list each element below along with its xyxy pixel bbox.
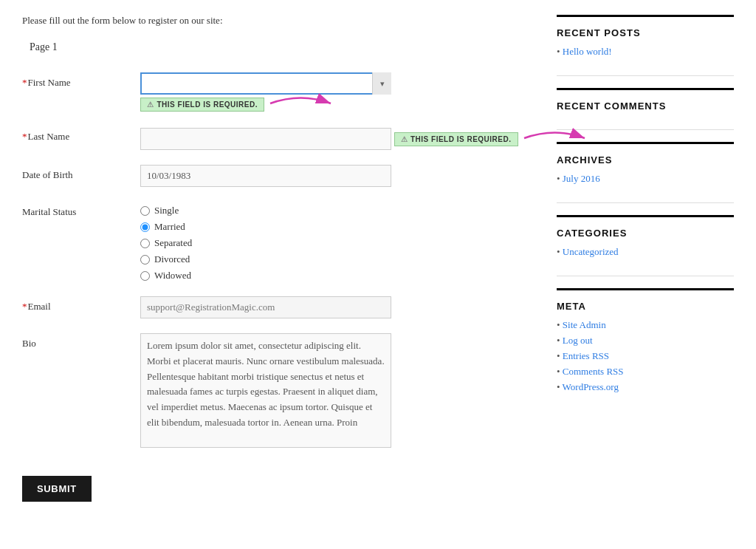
required-star: *: [22, 77, 27, 88]
arrow-annotation-1: [264, 89, 338, 118]
bio-field-wrap: Lorem ipsum dolor sit amet, consectetur …: [140, 333, 527, 451]
last-name-error: ⚠ THIS FIELD IS REQUIRED.: [394, 132, 518, 146]
last-name-input[interactable]: [140, 128, 391, 150]
radio-input-divorced[interactable]: [140, 255, 150, 265]
last-name-field-wrap: ⚠ THIS FIELD IS REQUIRED.: [140, 126, 527, 150]
bio-row: Bio Lorem ipsum dolor sit amet, consecte…: [22, 329, 527, 455]
list-item: WordPress.org: [557, 381, 734, 393]
radio-input-widowed[interactable]: [140, 271, 150, 281]
dob-field-wrap: [140, 165, 527, 187]
last-name-label: *Last Name: [22, 126, 140, 143]
radio-widowed[interactable]: Widowed: [140, 270, 527, 282]
sidebar-recent-comments-title: RECENT COMMENTS: [557, 100, 734, 112]
marital-status-row: Marital Status Single Married Separated …: [22, 197, 527, 286]
dob-input[interactable]: [140, 165, 391, 187]
dob-label: Date of Birth: [22, 165, 140, 181]
sidebar-divider-3: [557, 202, 734, 203]
sidebar-divider-1: [557, 75, 734, 76]
dob-row: Date of Birth: [22, 160, 527, 191]
warning-icon-2: ⚠: [401, 135, 408, 143]
recent-post-link[interactable]: Hello world!: [563, 46, 612, 57]
email-input[interactable]: [140, 296, 391, 318]
entries-rss-link[interactable]: Entries RSS: [563, 350, 609, 361]
last-name-error-text: THIS FIELD IS REQUIRED.: [410, 135, 512, 143]
radio-label-single: Single: [154, 205, 179, 216]
list-item: Hello world!: [557, 46, 734, 58]
submit-button[interactable]: SUBMIT: [22, 476, 92, 502]
comments-rss-link[interactable]: Comments RSS: [563, 366, 624, 377]
sidebar-recent-posts: RECENT POSTS Hello world!: [557, 15, 734, 58]
list-item: Uncategorized: [557, 246, 734, 258]
first-name-field-wrap: ▾ ⚠ THIS FIELD IS REQUIRED.: [140, 72, 527, 112]
radio-input-single[interactable]: [140, 206, 150, 216]
sidebar-categories: CATEGORIES Uncategorized: [557, 215, 734, 258]
list-item: Entries RSS: [557, 350, 734, 362]
sidebar-meta-list: Site Admin Log out Entries RSS Comments …: [557, 319, 734, 393]
page-wrapper: Please fill out the form below to regist…: [0, 0, 756, 516]
radio-input-separated[interactable]: [140, 239, 150, 248]
marital-status-options: Single Married Separated Divorced Widowe…: [140, 202, 527, 282]
sidebar-recent-posts-title: RECENT POSTS: [557, 27, 734, 38]
radio-single[interactable]: Single: [140, 205, 527, 216]
radio-label-divorced: Divorced: [154, 253, 190, 265]
site-admin-link[interactable]: Site Admin: [563, 319, 606, 330]
radio-separated[interactable]: Separated: [140, 237, 527, 249]
radio-label-widowed: Widowed: [154, 270, 191, 282]
marital-status-label: Marital Status: [22, 202, 140, 218]
radio-label-married: Married: [154, 221, 185, 233]
sidebar-divider-4: [557, 276, 734, 276]
email-row: *Email: [22, 292, 527, 323]
last-name-error-container: ⚠ THIS FIELD IS REQUIRED.: [394, 129, 518, 146]
required-star-3: *: [22, 301, 27, 312]
email-field-wrap: [140, 296, 527, 318]
arrow-annotation-2: [518, 123, 592, 153]
last-name-row: *Last Name ⚠ THIS FIELD IS REQUIRED.: [22, 122, 527, 154]
email-label: *Email: [22, 296, 140, 313]
user-dropdown-icon[interactable]: ▾: [372, 72, 391, 95]
required-star-2: *: [22, 131, 27, 142]
sidebar-categories-title: CATEGORIES: [557, 228, 734, 239]
category-link[interactable]: Uncategorized: [563, 246, 619, 257]
first-name-error-container: ⚠ THIS FIELD IS REQUIRED.: [140, 95, 264, 112]
first-name-error-text: THIS FIELD IS REQUIRED.: [157, 100, 258, 109]
sidebar-categories-list: Uncategorized: [557, 246, 734, 258]
radio-label-separated: Separated: [154, 237, 192, 249]
main-content: Please fill out the form below to regist…: [22, 15, 527, 502]
first-name-error: ⚠ THIS FIELD IS REQUIRED.: [140, 98, 264, 112]
list-item: July 2016: [557, 173, 734, 185]
sidebar: RECENT POSTS Hello world! RECENT COMMENT…: [557, 15, 734, 502]
sidebar-meta-title: META: [557, 301, 734, 312]
archive-link[interactable]: July 2016: [563, 173, 600, 184]
sidebar-archives-list: July 2016: [557, 173, 734, 185]
list-item: Log out: [557, 335, 734, 347]
log-out-link[interactable]: Log out: [563, 335, 593, 346]
bio-textarea[interactable]: Lorem ipsum dolor sit amet, consectetur …: [140, 333, 391, 448]
radio-input-married[interactable]: [140, 222, 150, 232]
radio-married[interactable]: Married: [140, 221, 527, 233]
first-name-row: *First Name ▾ ⚠ THIS FIELD IS REQUIRED.: [22, 68, 527, 116]
bio-label: Bio: [22, 333, 140, 349]
intro-text: Please fill out the form below to regist…: [22, 15, 527, 27]
page-label: Page 1: [30, 41, 527, 53]
list-item: Comments RSS: [557, 366, 734, 378]
wordpress-org-link[interactable]: WordPress.org: [563, 381, 619, 392]
radio-divorced[interactable]: Divorced: [140, 253, 527, 265]
list-item: Site Admin: [557, 319, 734, 331]
warning-icon-1: ⚠: [147, 100, 154, 109]
sidebar-recent-posts-list: Hello world!: [557, 46, 734, 58]
sidebar-recent-comments: RECENT COMMENTS: [557, 88, 734, 112]
sidebar-archives-title: ARCHIVES: [557, 154, 734, 166]
first-name-label: *First Name: [22, 72, 140, 89]
sidebar-meta: META Site Admin Log out Entries RSS Comm…: [557, 288, 734, 393]
